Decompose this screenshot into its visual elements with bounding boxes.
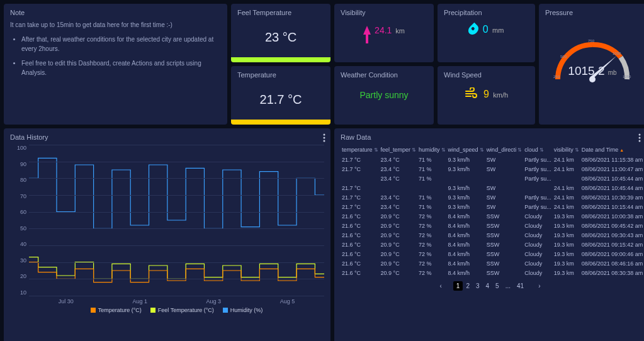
y-tick: 20: [10, 273, 26, 279]
data-history-title: Data History: [10, 133, 324, 141]
wind-title: Wind Speed: [444, 71, 529, 79]
droplet-icon: [466, 23, 480, 37]
legend-hum[interactable]: Humidity (%): [223, 307, 263, 313]
pager-page[interactable]: 2: [463, 281, 473, 291]
raw-data-title: Raw Data: [341, 133, 640, 141]
table-row[interactable]: 21.6 °C20.9 °C72 %8.4 km/hSSWCloudy19.3 …: [341, 268, 644, 277]
svg-point-10: [639, 134, 641, 136]
pressure-card: Pressure 250 500 750 1000 1250 1015.2: [539, 4, 644, 125]
col-visibility[interactable]: visibility: [553, 145, 580, 155]
svg-text:1250: 1250: [623, 75, 631, 79]
pager-page[interactable]: 3: [473, 281, 483, 291]
legend-temp[interactable]: Temperature (°C): [91, 307, 142, 313]
pager-prev[interactable]: ‹: [437, 281, 445, 291]
y-tick: 30: [10, 257, 26, 264]
wind-card: Wind Speed 9 km/h: [438, 66, 535, 125]
col-cloud[interactable]: cloud: [523, 145, 553, 155]
y-tick: 40: [10, 241, 26, 247]
visibility-card: Visibility 24.1 km: [334, 4, 434, 62]
svg-text:250: 250: [553, 75, 560, 79]
precipitation-value: 0: [483, 24, 489, 35]
col-wind_speed[interactable]: wind_speed: [447, 145, 485, 155]
precipitation-card: Precipitation 0 mm: [438, 4, 535, 62]
svg-point-8: [324, 137, 325, 139]
y-tick: 80: [10, 177, 26, 183]
note-bullet: Feel free to edit this Dashboard, create…: [21, 59, 221, 77]
note-title: Note: [10, 9, 221, 16]
x-tick: Aug 1: [132, 298, 147, 305]
table-row[interactable]: 21.7 °C9.3 km/hSW24.1 km08/06/2021 10:45…: [341, 183, 644, 193]
pager-page[interactable]: ...: [502, 281, 514, 291]
svg-point-11: [639, 137, 641, 139]
svg-point-12: [639, 140, 641, 142]
more-icon[interactable]: [638, 133, 641, 142]
col-feel_temper[interactable]: feel_temper: [380, 145, 418, 155]
weather-title: Weather Condition: [341, 71, 427, 79]
col-Date-and-Time[interactable]: Date and Time: [580, 145, 644, 155]
x-tick: Aug 5: [280, 298, 295, 305]
precipitation-title: Precipitation: [444, 9, 529, 16]
weather-value: Partly sunny: [341, 90, 427, 100]
y-tick: 90: [10, 161, 26, 167]
pager-page[interactable]: 1: [453, 281, 463, 291]
svg-point-9: [324, 140, 325, 142]
legend-feel[interactable]: Feel Temperature (°C): [150, 307, 214, 313]
pager-page[interactable]: 41: [514, 281, 527, 291]
table-row[interactable]: 21.7 °C23.4 °C71 %9.3 km/hSWPartly su...…: [341, 202, 644, 211]
raw-data-card: Raw Data temperaturefeel_temperhumidityw…: [334, 128, 644, 341]
visibility-value: 24.1: [375, 25, 392, 35]
note-intro: It can take up to 15min to get data here…: [10, 20, 221, 30]
pressure-unit: mb: [608, 69, 617, 76]
col-humidity[interactable]: humidity: [417, 145, 447, 155]
temp-title: Temperature: [237, 71, 276, 79]
visibility-unit: km: [395, 27, 405, 35]
table-row[interactable]: 21.6 °C20.9 °C72 %8.4 km/hSSWCloudy19.3 …: [341, 221, 644, 230]
col-wind_directi[interactable]: wind_directi: [485, 145, 524, 155]
data-history-card: Data History 100908070605040302010 Jul 3…: [4, 128, 330, 341]
pager: ‹ 12345...41 ›: [341, 281, 640, 291]
table-row[interactable]: 21.6 °C20.9 °C72 %8.4 km/hSSWCloudy19.3 …: [341, 240, 644, 249]
y-tick: 10: [10, 289, 26, 296]
visibility-title: Visibility: [341, 9, 427, 16]
pager-next[interactable]: ›: [535, 281, 543, 291]
table-row[interactable]: 21.6 °C20.9 °C72 %8.4 km/hSSWCloudy19.3 …: [341, 259, 644, 268]
table-row[interactable]: 23.4 °C71 %Partly su...08/06/2021 10:45:…: [341, 174, 644, 183]
temp-card: Temperature 21.7 °C: [231, 66, 330, 125]
y-tick: 50: [10, 225, 26, 232]
note-bullet: After that, real weather conditions for …: [21, 35, 221, 53]
more-icon[interactable]: [323, 133, 325, 142]
pressure-title: Pressure: [545, 9, 640, 16]
svg-point-7: [324, 134, 325, 136]
svg-text:1000: 1000: [613, 52, 621, 55]
pager-page[interactable]: 5: [492, 281, 502, 291]
col-temperature[interactable]: temperature: [341, 145, 380, 155]
temp-value: 21.7 °C: [260, 85, 302, 115]
feel-temp-title: Feel Temperature: [237, 9, 291, 16]
wind-unit: km/h: [493, 91, 508, 99]
table-row[interactable]: 21.7 °C23.4 °C71 %9.3 km/hSWPartly su...…: [341, 164, 644, 174]
table-row[interactable]: 21.7 °C23.4 °C71 %9.3 km/hSWPartly su...…: [341, 193, 644, 202]
pager-page[interactable]: 4: [483, 281, 493, 291]
x-tick: Aug 3: [206, 298, 222, 305]
raw-data-table: temperaturefeel_temperhumiditywind_speed…: [341, 145, 644, 277]
table-row[interactable]: 21.6 °C20.9 °C72 %8.4 km/hSSWCloudy19.3 …: [341, 230, 644, 240]
pressure-value: 1015.2: [568, 64, 604, 77]
note-card: Note It can take up to 15min to get data…: [4, 4, 227, 125]
y-tick: 70: [10, 193, 26, 199]
arrow-up-icon: [363, 26, 371, 35]
table-row[interactable]: 21.7 °C23.4 °C71 %9.3 km/hSWPartly su...…: [341, 155, 644, 164]
table-row[interactable]: 21.6 °C20.9 °C72 %8.4 km/hSSWCloudy19.3 …: [341, 249, 644, 259]
feel-temp-value: 23 °C: [265, 23, 297, 52]
weather-card: Weather Condition Partly sunny: [334, 66, 434, 125]
svg-text:750: 750: [588, 39, 595, 43]
precipitation-unit: mm: [492, 26, 504, 34]
wind-icon: [465, 87, 478, 101]
wind-value: 9: [483, 89, 489, 99]
feel-temp-card: Feel Temperature 23 °C: [231, 4, 330, 62]
table-row[interactable]: 21.6 °C20.9 °C72 %8.4 km/hSSWCloudy19.3 …: [341, 211, 644, 221]
svg-text:500: 500: [560, 55, 567, 59]
y-tick: 60: [10, 209, 26, 215]
x-tick: Jul 30: [59, 298, 74, 305]
pressure-gauge: 250 500 750 1000 1250 1015.2 mb: [545, 23, 640, 79]
y-tick: 100: [10, 145, 26, 151]
